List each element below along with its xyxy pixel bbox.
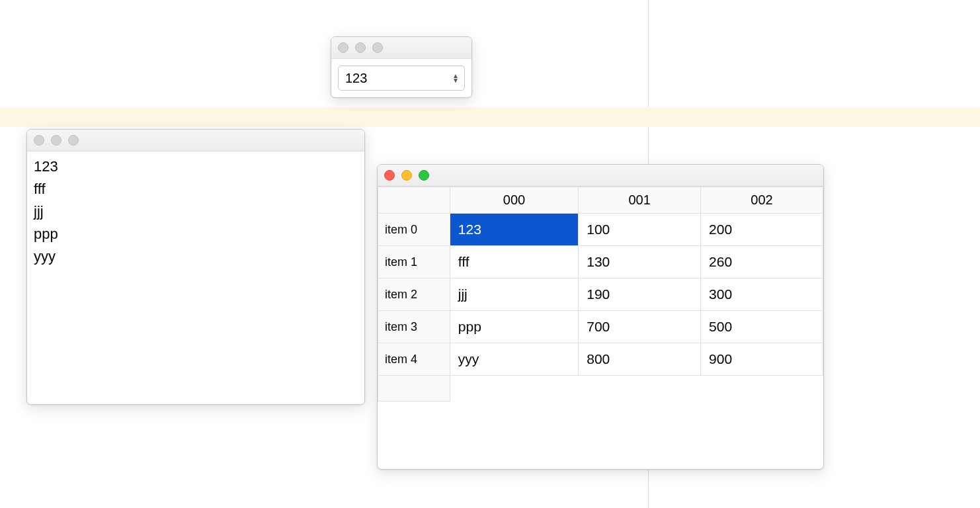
close-icon[interactable] (338, 42, 348, 53)
row-header[interactable]: item 1 (378, 246, 450, 278)
row-header[interactable]: item 3 (378, 311, 450, 343)
list-item[interactable]: ppp (34, 223, 358, 245)
table-corner (378, 187, 450, 214)
close-icon[interactable] (384, 170, 395, 181)
data-table: 000 001 002 item 0 123 100 200 item 1 ff… (378, 187, 823, 402)
table-cell[interactable]: jjj (450, 278, 578, 311)
table-row: item 2 jjj 190 300 (378, 278, 823, 311)
combo-window: 123 ▲▼ (331, 36, 472, 98)
table-cell[interactable]: 130 (579, 246, 701, 278)
table-cell[interactable]: fff (450, 246, 578, 278)
list-window-titlebar[interactable] (27, 130, 364, 151)
table-row: item 3 ppp 700 500 (378, 311, 823, 343)
maximize-icon[interactable] (419, 170, 429, 181)
chevron-up-down-icon: ▲▼ (452, 73, 459, 83)
minimize-icon[interactable] (401, 170, 412, 181)
table-cell[interactable]: yyy (450, 343, 578, 376)
column-header[interactable]: 002 (701, 187, 823, 214)
close-icon[interactable] (34, 135, 44, 146)
row-header-blank (378, 376, 450, 402)
table-cell[interactable]: 260 (701, 246, 823, 278)
maximize-icon[interactable] (372, 42, 383, 53)
list-item[interactable]: fff (34, 178, 358, 200)
table-row: item 1 fff 130 260 (378, 246, 823, 278)
column-header[interactable]: 001 (579, 187, 701, 214)
list-item[interactable]: yyy (34, 245, 358, 268)
table-window-titlebar[interactable] (378, 165, 823, 187)
minimize-icon[interactable] (51, 135, 61, 146)
minimize-icon[interactable] (355, 42, 366, 53)
column-header[interactable]: 000 (450, 187, 578, 214)
table-cell[interactable]: 190 (579, 278, 701, 311)
table-row: item 4 yyy 800 900 (378, 343, 823, 376)
table-cell[interactable]: 123 (450, 214, 578, 246)
table-row: item 0 123 100 200 (378, 214, 823, 246)
highlight-band (0, 107, 980, 127)
table-empty-area (450, 376, 823, 402)
list-item[interactable]: 123 (34, 155, 358, 178)
list-body: 123 fff jjj ppp yyy (27, 151, 364, 272)
table-cell[interactable]: 300 (701, 278, 823, 311)
table-cell[interactable]: 500 (701, 311, 823, 343)
list-window: 123 fff jjj ppp yyy (26, 129, 365, 405)
row-header[interactable]: item 2 (378, 278, 450, 311)
table-window: 000 001 002 item 0 123 100 200 item 1 ff… (377, 164, 824, 470)
combo-window-titlebar[interactable] (331, 37, 471, 59)
maximize-icon[interactable] (68, 135, 79, 146)
table-cell[interactable]: 100 (579, 214, 701, 246)
table-cell[interactable]: 800 (579, 343, 701, 376)
table-cell[interactable]: 200 (701, 214, 823, 246)
row-header[interactable]: item 0 (378, 214, 450, 246)
combo-value: 123 (345, 71, 367, 86)
table-cell[interactable]: ppp (450, 311, 578, 343)
list-item[interactable]: jjj (34, 200, 358, 223)
row-header[interactable]: item 4 (378, 343, 450, 376)
table-cell[interactable]: 700 (579, 311, 701, 343)
table-cell[interactable]: 900 (701, 343, 823, 376)
combo-box[interactable]: 123 ▲▼ (338, 65, 465, 91)
